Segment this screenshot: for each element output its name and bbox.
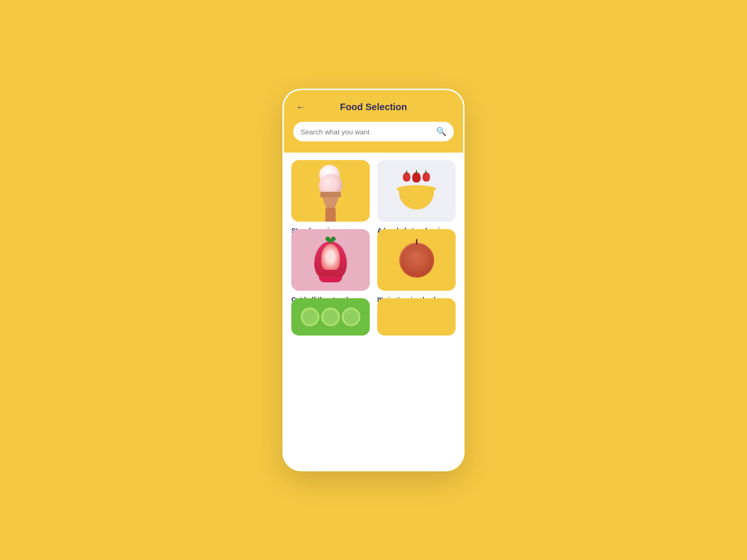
back-arrow-icon: ← <box>296 102 305 112</box>
card-cut-strawberry[interactable]: Cut half the strawberry 💬 17 👍 298 <box>291 229 370 291</box>
search-bar[interactable]: 🔍 <box>293 122 454 141</box>
lime-slice-1 <box>301 308 319 326</box>
lime-slice-2 <box>321 308 340 326</box>
icecream-visual <box>320 160 341 222</box>
plum-visual <box>399 243 434 278</box>
search-input[interactable] <box>301 128 432 136</box>
cut-strawberry-visual <box>314 241 347 279</box>
lime-slice-3 <box>342 308 360 326</box>
card-bowl-strawberries[interactable]: A bowl of strawberries 💬 17 👍 298 <box>377 160 456 222</box>
card-image-cut-strawberry <box>291 229 370 291</box>
page-title: Food Selection <box>308 102 439 112</box>
back-button[interactable]: ← <box>293 99 308 114</box>
bowl-visual <box>395 172 437 210</box>
card-plum[interactable]: It's just a simple plum 💬 17 👍 298 <box>377 229 456 291</box>
card-image-icecream <box>291 160 370 222</box>
header-top: ← Food Selection <box>293 99 454 114</box>
hand <box>325 208 336 222</box>
search-icon[interactable]: 🔍 <box>436 126 446 137</box>
lime-slices-visual <box>301 308 360 326</box>
card-strawberry-icecream[interactable]: Strawberry ice cream 💬 17 👍 298 <box>291 160 370 222</box>
card-image-strawberries <box>377 160 456 222</box>
card-lime-partial[interactable] <box>291 298 370 336</box>
phone-frame: ← Food Selection 🔍 Strawberr <box>282 89 465 471</box>
content-area: Strawberry ice cream 💬 17 👍 298 <box>284 153 463 470</box>
card-image-lime-partial <box>291 298 370 336</box>
header: ← Food Selection 🔍 <box>284 90 463 153</box>
card-image-partial-right <box>377 298 456 336</box>
card-image-plum <box>377 229 456 291</box>
card-partial-right[interactable] <box>377 298 456 336</box>
food-grid: Strawberry ice cream 💬 17 👍 298 <box>291 160 456 336</box>
